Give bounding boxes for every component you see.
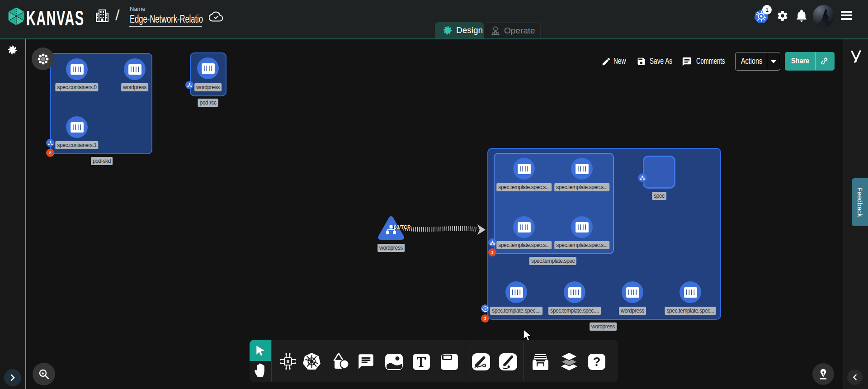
svg-text:?: ? xyxy=(593,355,601,369)
